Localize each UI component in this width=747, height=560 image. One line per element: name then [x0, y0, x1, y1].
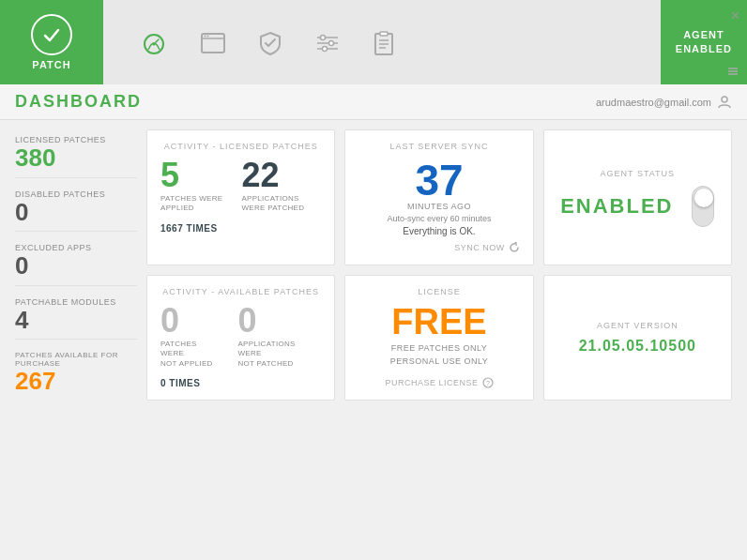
- agent-version-title: AGENT VERSION: [579, 321, 696, 330]
- window-nav-icon[interactable]: [201, 30, 225, 54]
- patchable-modules-label: PATCHABLE MODULES: [15, 297, 137, 307]
- free-sub1: FREE PATCHES ONLY: [358, 343, 519, 353]
- available-patches-value: 267: [15, 368, 137, 395]
- activity-available-title: ACTIVITY - AVAILABLE PATCHES: [160, 287, 321, 296]
- excluded-apps-label: EXCLUDED APPS: [15, 243, 137, 252]
- apps-not-patched-num: 0: [237, 304, 321, 338]
- activity-licensed-nums: 5 PATCHES WERE APPLIED 22 APPLICATIONS W…: [160, 159, 321, 214]
- apps-not-patched-block: 0 APPLICATIONS WERE NOT PATCHED: [237, 304, 321, 369]
- purchase-info-icon[interactable]: ?: [482, 377, 494, 388]
- patches-not-applied-sub: PATCHES WERE NOT APPLIED: [160, 340, 222, 369]
- patches-not-applied-block: 0 PATCHES WERE NOT APPLIED: [160, 304, 222, 369]
- excluded-apps-value: 0: [15, 252, 137, 280]
- agent-version-card: AGENT VERSION 21.05.05.10500: [543, 275, 732, 401]
- available-patches-stat: PATCHES AVAILABLE FOR PURCHASE 267: [15, 345, 137, 401]
- svg-text:?: ?: [486, 380, 490, 386]
- top-bar: PATCH: [0, 0, 747, 84]
- autosync-text: Auto-sync every 60 minutes: [358, 214, 519, 223]
- available-patches-label: PATCHES AVAILABLE FOR PURCHASE: [15, 351, 137, 368]
- toggle-switch[interactable]: [692, 186, 714, 227]
- version-value: 21.05.05.10500: [579, 338, 696, 355]
- apps-not-patched-sub: APPLICATIONS WERE NOT PATCHED: [237, 340, 321, 369]
- page-title: DASHBOARD: [15, 92, 142, 112]
- excluded-apps-stat: EXCLUDED APPS 0: [15, 237, 137, 286]
- sync-minutes-value: 37: [358, 159, 519, 202]
- left-stats-column: LICENSED PATCHES 380 DISABLED PATCHES 0 …: [15, 129, 137, 401]
- enabled-label: ENABLED: [560, 194, 673, 219]
- svg-point-21: [722, 97, 727, 102]
- agent-status-title: AGENT STATUS: [601, 169, 676, 178]
- logo-box: PATCH: [0, 0, 103, 84]
- apps-patched-num: 22: [241, 159, 304, 192]
- close-button[interactable]: ×: [731, 8, 739, 24]
- minutes-ago-label: MINUTES AGO: [358, 202, 519, 211]
- activity-available-nums: 0 PATCHES WERE NOT APPLIED 0 APPLICATION…: [160, 304, 321, 369]
- svg-point-11: [329, 41, 334, 46]
- patches-applied-sub: PATCHES WERE APPLIED: [160, 194, 222, 214]
- svg-point-2: [153, 43, 156, 46]
- licensed-patches-value: 380: [15, 144, 137, 172]
- patches-not-applied-num: 0: [160, 304, 222, 338]
- sync-now-row: SYNC NOW: [358, 242, 519, 253]
- patchable-modules-stat: PATCHABLE MODULES 4: [15, 292, 137, 341]
- svg-point-12: [323, 47, 328, 52]
- shield-nav-icon[interactable]: [259, 29, 282, 54]
- avail-times-label: 0 TIMES: [160, 378, 321, 388]
- cards-area: ACTIVITY - LICENSED PATCHES 5 PATCHES WE…: [146, 129, 732, 401]
- main-content: LICENSED PATCHES 380 DISABLED PATCHES 0 …: [0, 120, 747, 410]
- apps-patched-block: 22 APPLICATIONS WERE PATCHED: [241, 159, 304, 214]
- apps-patched-sub: APPLICATIONS WERE PATCHED: [241, 194, 304, 214]
- free-sub2: PERSONAL USE ONLY: [358, 356, 519, 366]
- svg-point-6: [207, 36, 209, 38]
- svg-rect-17: [380, 32, 388, 36]
- license-title: LICENSE: [358, 287, 519, 296]
- svg-point-10: [321, 36, 326, 40]
- agent-enabled-row: ENABLED: [560, 186, 714, 227]
- menu-dots[interactable]: [726, 64, 739, 77]
- activity-available-card: ACTIVITY - AVAILABLE PATCHES 0 PATCHES W…: [146, 275, 335, 401]
- activity-licensed-title: ACTIVITY - LICENSED PATCHES: [160, 142, 321, 151]
- list-nav-icon[interactable]: [374, 29, 394, 54]
- times-label: 1667 TIMES: [160, 223, 321, 234]
- purchase-text[interactable]: PURCHASE LICENSE: [385, 378, 478, 387]
- sync-now-text[interactable]: SYNC NOW: [454, 243, 505, 252]
- free-text: FREE: [358, 304, 519, 340]
- sub-header: DASHBOARD arudmaestro@gmail.com: [0, 84, 747, 120]
- disabled-patches-value: 0: [15, 199, 137, 226]
- content-wrapper: LICENSED PATCHES 380 DISABLED PATCHES 0 …: [15, 129, 732, 401]
- patch-logo-icon: [31, 14, 72, 55]
- user-email-row: arudmaestro@gmail.com: [596, 95, 732, 110]
- user-email-text: arudmaestro@gmail.com: [596, 97, 711, 108]
- user-icon: [717, 95, 732, 110]
- disabled-patches-label: DISABLED PATCHES: [15, 189, 137, 199]
- sliders-nav-icon[interactable]: [315, 30, 340, 54]
- activity-licensed-card: ACTIVITY - LICENSED PATCHES 5 PATCHES WE…: [146, 129, 335, 265]
- toggle-knob: [694, 189, 713, 207]
- license-card: LICENSE FREE FREE PATCHES ONLY PERSONAL …: [344, 275, 533, 401]
- disabled-patches-stat: DISABLED PATCHES 0: [15, 184, 137, 233]
- logo-label: PATCH: [32, 59, 70, 70]
- nav-icons: [103, 29, 661, 55]
- last-sync-title: LAST SERVER SYNC: [358, 142, 519, 151]
- last-sync-card: LAST SERVER SYNC 37 MINUTES AGO Auto-syn…: [344, 129, 533, 265]
- dashboard-nav-icon[interactable]: [141, 29, 167, 55]
- svg-point-5: [205, 36, 206, 38]
- purchase-row: PURCHASE LICENSE ?: [358, 377, 519, 388]
- patchable-modules-value: 4: [15, 307, 137, 334]
- licensed-patches-stat: LICENSED PATCHES 380: [15, 129, 137, 178]
- patches-applied-block: 5 PATCHES WERE APPLIED: [160, 159, 222, 214]
- patches-applied-num: 5: [160, 159, 222, 192]
- agent-status-card: AGENT STATUS ENABLED: [543, 129, 732, 265]
- sync-refresh-icon[interactable]: [509, 242, 520, 253]
- ok-text: Everything is OK.: [358, 226, 519, 236]
